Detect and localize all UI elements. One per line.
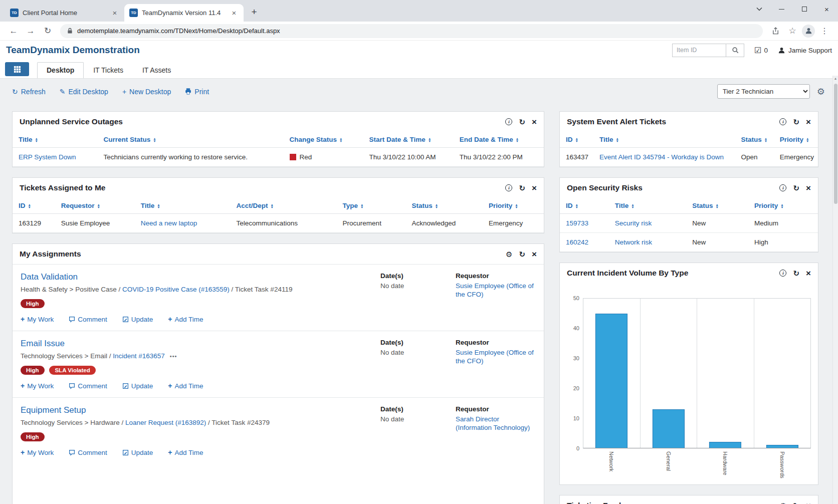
share-icon[interactable] (768, 24, 783, 39)
column-header[interactable]: Type (337, 198, 406, 214)
risk-title-link[interactable]: Network risk (615, 238, 652, 246)
bookmark-star-icon[interactable]: ☆ (785, 24, 800, 39)
close-panel-icon[interactable]: × (806, 184, 811, 192)
browser-tab-client-portal[interactable]: TD Client Portal Home × (5, 4, 124, 22)
assignment-title-link[interactable]: Data Validation (21, 272, 78, 282)
breadcrumb-ticket-link[interactable]: Incident #163657 (113, 352, 165, 360)
column-header[interactable]: ID (560, 198, 609, 214)
browser-menu-icon[interactable]: ⋮ (817, 24, 832, 39)
column-header[interactable]: Change Status (284, 132, 363, 148)
refresh-panel-icon[interactable]: ↻ (793, 184, 799, 192)
my-work-link[interactable]: +My Work (21, 382, 54, 390)
new-tab-button[interactable]: + (247, 5, 262, 20)
requestor-link[interactable]: Sarah Director (Information Technology) (456, 415, 530, 431)
add-time-link[interactable]: +Add Time (168, 315, 203, 323)
chart-bar-general[interactable] (653, 409, 685, 448)
close-panel-icon[interactable]: × (806, 269, 811, 278)
info-icon[interactable]: i (505, 118, 512, 125)
column-header[interactable]: Status (686, 198, 748, 214)
reload-button[interactable]: ↻ (40, 24, 55, 39)
chart-bar-passwords[interactable] (766, 445, 798, 448)
column-header[interactable]: Title (593, 132, 735, 148)
applications-menu-button[interactable] (5, 62, 29, 76)
close-tab-icon[interactable]: × (230, 9, 239, 18)
column-header[interactable]: Title (13, 132, 98, 148)
close-panel-icon[interactable]: × (806, 118, 811, 126)
comment-link[interactable]: Comment (69, 382, 107, 390)
page-scrollbar[interactable]: ▲ (832, 76, 838, 504)
add-time-link[interactable]: +Add Time (168, 448, 203, 456)
close-window-button[interactable]: × (815, 0, 838, 18)
chart-bar-network[interactable] (595, 314, 627, 448)
column-header[interactable]: Priority (748, 198, 818, 214)
requestor-link[interactable]: Susie Employee (Office of the CFO) (456, 282, 534, 298)
new-desktop-button[interactable]: +New Desktop (122, 88, 171, 96)
column-header[interactable]: Status (735, 132, 773, 148)
column-header[interactable]: Start Date & Time (363, 132, 454, 148)
profile-avatar[interactable] (802, 25, 815, 38)
comment-link[interactable]: Comment (69, 448, 107, 456)
comment-link[interactable]: Comment (69, 315, 107, 323)
update-link[interactable]: Update (122, 448, 153, 456)
column-header[interactable]: Title (135, 198, 231, 214)
back-button[interactable]: ← (6, 24, 21, 39)
assignment-title-link[interactable]: Equipment Setup (21, 405, 86, 415)
info-icon[interactable]: i (779, 270, 786, 277)
requestor-link[interactable]: Susie Employee (Office of the CFO) (456, 349, 534, 365)
risk-id-link[interactable]: 159733 (566, 219, 588, 227)
close-panel-icon[interactable]: × (532, 250, 537, 259)
assignment-title-link[interactable]: Email Issue (21, 339, 65, 349)
column-header[interactable]: ID (13, 198, 55, 214)
add-time-link[interactable]: +Add Time (168, 382, 203, 390)
close-panel-icon[interactable]: × (806, 501, 811, 504)
desktop-selector[interactable]: Tier 2 Technician (717, 84, 810, 99)
column-header[interactable]: Current Status (98, 132, 284, 148)
close-tab-icon[interactable]: × (110, 9, 119, 18)
ticket-title-link[interactable]: Need a new laptop (141, 219, 197, 227)
column-header[interactable]: Priority (774, 132, 818, 148)
forward-button[interactable]: → (23, 24, 38, 39)
refresh-panel-icon[interactable]: ↻ (519, 118, 525, 126)
refresh-panel-icon[interactable]: ↻ (519, 250, 525, 258)
info-icon[interactable]: i (779, 118, 786, 125)
my-approvals-button[interactable]: ☑ 0 (754, 46, 768, 55)
tab-desktop[interactable]: Desktop (37, 62, 84, 78)
chart-bar-hardware[interactable] (709, 442, 741, 448)
tab-search-chevron-icon[interactable] (748, 0, 770, 18)
breadcrumb-ticket-link[interactable]: Loaner Request (#163892) (125, 419, 206, 426)
print-button[interactable]: Print (185, 88, 209, 96)
alert-title-link[interactable]: Event Alert ID 345794 - Workday is Down (599, 153, 724, 161)
column-header[interactable]: End Date & Time (454, 132, 544, 148)
risk-title-link[interactable]: Security risk (615, 219, 652, 227)
more-options-icon[interactable]: ••• (170, 353, 177, 359)
scroll-up-arrow-icon[interactable]: ▲ (833, 77, 838, 80)
close-panel-icon[interactable]: × (532, 184, 537, 192)
settings-gear-icon[interactable]: ⚙ (817, 86, 825, 97)
column-header[interactable]: Acct/Dept (231, 198, 337, 214)
column-header[interactable]: Status (405, 198, 483, 214)
info-icon[interactable]: i (505, 184, 512, 191)
outage-title-link[interactable]: ERP System Down (19, 153, 76, 161)
update-link[interactable]: Update (122, 315, 153, 323)
column-header[interactable]: Title (609, 198, 687, 214)
column-header[interactable]: Requestor (55, 198, 135, 214)
scrollbar-thumb[interactable] (834, 84, 837, 204)
my-work-link[interactable]: +My Work (21, 448, 54, 456)
breadcrumb-ticket-link[interactable]: COVID-19 Positive Case (#163559) (122, 286, 230, 293)
browser-tab-teamdynamix[interactable]: TD TeamDynamix Version 11.4 × (124, 4, 244, 22)
refresh-panel-icon[interactable]: ↻ (793, 270, 799, 277)
url-bar[interactable]: demotemplate.teamdynamix.com/TDNext/Home… (60, 24, 763, 38)
tab-it-tickets[interactable]: IT Tickets (84, 62, 133, 78)
search-button[interactable] (726, 44, 744, 57)
panel-gear-icon[interactable]: ⚙ (506, 250, 512, 258)
refresh-panel-icon[interactable]: ↻ (793, 502, 799, 504)
update-link[interactable]: Update (122, 382, 153, 390)
refresh-panel-icon[interactable]: ↻ (793, 118, 799, 126)
column-header[interactable]: Priority (483, 198, 544, 214)
my-work-link[interactable]: +My Work (21, 315, 54, 323)
tab-it-assets[interactable]: IT Assets (133, 62, 180, 78)
info-icon[interactable]: i (779, 184, 786, 191)
risk-id-link[interactable]: 160242 (566, 238, 588, 246)
panel-gear-icon[interactable]: ⚙ (780, 502, 786, 504)
item-id-input[interactable] (672, 44, 726, 57)
